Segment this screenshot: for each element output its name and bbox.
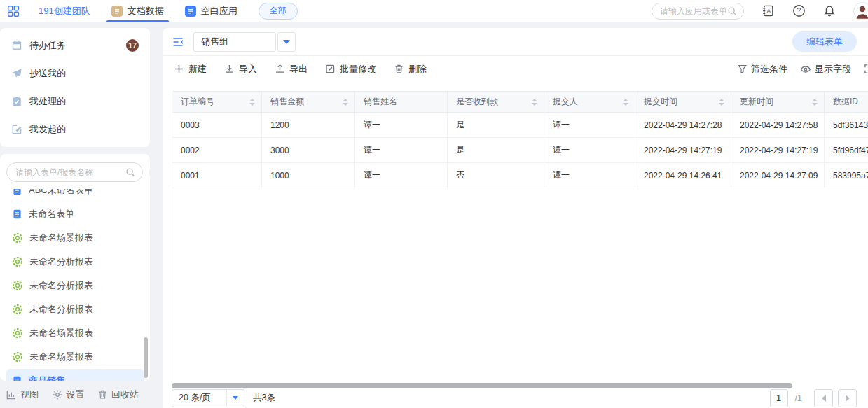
main-panel: 销售组 编辑表单 新建 导入 导出 批量修改 删除 筛选条件 显示字段 订单编号… [163, 28, 868, 408]
sidebar: 待办任务 17 抄送我的 我处理的 我发起的 + ABC未命名表单 未命名表单 … [0, 28, 150, 408]
column-header-2[interactable]: 销售金额 [262, 92, 355, 113]
form-list-item-4[interactable]: 未命名分析报表 [6, 250, 144, 274]
sidebar-menu-item-1[interactable]: 待办任务 17 [0, 31, 150, 59]
group-select-value: 销售组 [193, 32, 276, 52]
next-page-button[interactable] [838, 389, 857, 407]
sort-icon [619, 99, 628, 106]
form-search-input[interactable] [14, 167, 125, 178]
column-header-3[interactable]: 销售姓名 [355, 92, 448, 113]
global-search [652, 3, 744, 20]
button-label: 导出 [289, 63, 308, 76]
global-search-input[interactable] [659, 6, 727, 17]
column-header-6[interactable]: 提交时间 [635, 92, 731, 113]
bell-icon[interactable] [823, 5, 836, 17]
search-icon [727, 6, 737, 16]
menu-label: 我发起的 [29, 123, 66, 136]
send-icon [11, 68, 22, 79]
column-header-4[interactable]: 是否收到款 [448, 92, 544, 113]
sidebar-scrollbar[interactable] [144, 337, 148, 378]
add-form-button[interactable]: + [149, 162, 150, 182]
blank-app-icon [185, 6, 196, 17]
button-label: 批量修改 [340, 63, 376, 76]
column-label: 销售金额 [270, 96, 304, 108]
prev-page-button[interactable] [814, 389, 833, 407]
doc-data-app-icon [111, 6, 123, 17]
cell: 5fd96df47d [825, 138, 868, 163]
toolbar-funnel-link[interactable]: 筛选条件 [737, 63, 787, 76]
column-header-7[interactable]: 更新时间 [731, 92, 825, 113]
export-icon [275, 64, 285, 74]
data-table: 订单编号 销售金额 销售姓名 是否收到款 提交人 提交时间 更新时间 数据ID … [172, 91, 868, 388]
contacts-icon[interactable]: A [762, 4, 775, 17]
topbar-tab-2[interactable]: 空白应用 [185, 0, 237, 22]
page-size-select[interactable]: 20 条/页 [172, 389, 244, 407]
divider [29, 6, 29, 16]
column-header-8[interactable]: 数据ID [825, 92, 868, 113]
toolbar-eye-link[interactable]: 显示字段 [800, 63, 851, 76]
button-label: 删除 [408, 63, 427, 76]
cell: 是 [448, 138, 544, 163]
page-size-caret [226, 390, 244, 407]
link-label: 显示字段 [815, 63, 851, 76]
sidebar-footer-2[interactable]: 设置 [52, 388, 85, 401]
cell: 谭一 [544, 138, 635, 163]
page-size-value: 20 条/页 [172, 392, 226, 404]
form-list: ABC未命名表单 未命名表单 未命名场景报表 未命名分析报表 未命名分析报表 未… [6, 189, 144, 381]
horizontal-scrollbar[interactable] [172, 383, 792, 388]
button-label: 新建 [188, 63, 207, 76]
form-list-item-6[interactable]: 未命名分析报表 [6, 297, 144, 321]
app-grid-icon[interactable] [7, 5, 20, 17]
column-header-5[interactable]: 提交人 [544, 92, 635, 113]
column-label: 提交人 [553, 96, 578, 108]
fullscreen-icon[interactable] [864, 64, 868, 74]
import-icon [224, 64, 235, 74]
form-list-item-3[interactable]: 未命名场景报表 [6, 226, 144, 250]
todo-count-badge: 17 [126, 39, 139, 52]
current-page-input[interactable]: 1 [770, 389, 788, 407]
column-label: 订单编号 [181, 96, 214, 108]
sidebar-menu-item-2[interactable]: 抄送我的 [0, 59, 150, 87]
sidebar-footer-3[interactable]: 回收站 [97, 388, 139, 401]
form-list-item-8[interactable]: 未命名场景报表 [6, 345, 144, 369]
team-name-link[interactable]: 191创建团队 [39, 5, 90, 17]
help-icon[interactable]: ? [792, 4, 806, 17]
cell: 1200 [262, 113, 355, 138]
sort-icon [338, 99, 348, 106]
form-label: 未命名场景报表 [29, 327, 93, 339]
edit-form-button[interactable]: 编辑表单 [792, 31, 857, 52]
filter-all-pill[interactable]: 全部 [259, 3, 298, 20]
table-row-1[interactable]: 00031200谭一是谭一2022-04-29 14:27:282022-04-… [172, 113, 868, 138]
report-icon [12, 328, 23, 339]
form-list-item-1[interactable]: ABC未命名表单 [6, 189, 144, 202]
sort-icon [245, 99, 255, 106]
form-list-item-9[interactable]: 商品销售 [6, 369, 144, 381]
sidebar-menu-item-4[interactable]: 我发起的 [0, 115, 150, 143]
footer-label: 设置 [67, 388, 85, 401]
form-list-item-2[interactable]: 未命名表单 [6, 202, 144, 226]
sidebar-menu-item-3[interactable]: 我处理的 [0, 87, 150, 115]
form-list-item-7[interactable]: 未命名场景报表 [6, 321, 144, 345]
footer-label: 视图 [20, 388, 39, 401]
batch-icon [325, 64, 336, 74]
sidebar-task-menu: 待办任务 17 抄送我的 我处理的 我发起的 [0, 28, 150, 147]
toolbar-import-button[interactable]: 导入 [224, 63, 257, 76]
column-header-1[interactable]: 订单编号 [172, 92, 262, 113]
table-row-2[interactable]: 00023000谭一是谭一2022-04-29 14:27:192022-04-… [172, 138, 868, 163]
group-select[interactable]: 销售组 [193, 32, 296, 52]
toolbar-export-button[interactable]: 导出 [275, 63, 308, 76]
cell: 583995a7c [825, 163, 868, 188]
topbar-tab-1[interactable]: 文档数据 [111, 0, 164, 22]
avatar[interactable] [853, 2, 868, 20]
sidebar-footer-1[interactable]: 视图 [6, 388, 39, 401]
table-row-3[interactable]: 00011000谭一否谭一2022-04-29 14:26:412022-04-… [172, 163, 868, 188]
trash-icon [97, 389, 108, 400]
collapse-sidebar-icon[interactable] [172, 36, 184, 48]
cell: 谭一 [355, 163, 448, 188]
toolbar-batch-button[interactable]: 批量修改 [325, 63, 376, 76]
link-label: 筛选条件 [751, 63, 787, 76]
toolbar-plus-button[interactable]: 新建 [174, 63, 207, 76]
menu-label: 抄送我的 [29, 67, 66, 80]
form-list-item-5[interactable]: 未命名分析报表 [6, 274, 144, 297]
tab-label: 文档数据 [128, 5, 164, 17]
toolbar-trash-button[interactable]: 删除 [394, 63, 427, 76]
